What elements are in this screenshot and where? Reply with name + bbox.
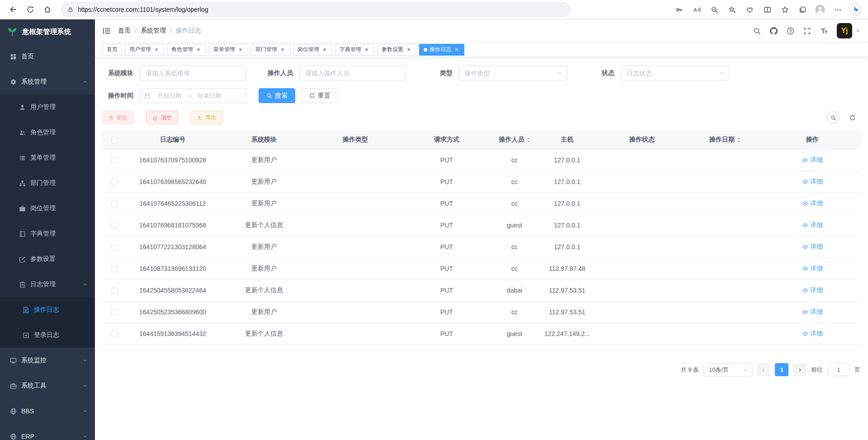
sort-carets-icon[interactable]: [737, 137, 741, 142]
row-checkbox[interactable]: [111, 157, 118, 164]
goto-page-input[interactable]: [827, 363, 850, 376]
row-checkbox[interactable]: [111, 309, 118, 316]
read-aloud-button[interactable]: A: [689, 2, 704, 17]
status-select-input[interactable]: [621, 66, 729, 80]
split-screen-button[interactable]: [760, 2, 774, 17]
search-button[interactable]: 搜索: [259, 88, 295, 103]
row-checkbox[interactable]: [111, 201, 118, 207]
zoom-out-button[interactable]: [707, 2, 722, 17]
tab-dept-mgmt[interactable]: 部门管理×: [251, 44, 290, 56]
sidebar-item-dept-mgmt[interactable]: 部门管理: [0, 170, 95, 196]
sidebar-item-system-tools[interactable]: 系统工具: [0, 373, 95, 398]
collections-button[interactable]: [795, 2, 810, 17]
close-tab-icon[interactable]: ×: [321, 47, 328, 53]
reset-button[interactable]: 重置: [302, 88, 338, 103]
detail-link[interactable]: 详细: [802, 178, 823, 186]
row-checkbox[interactable]: [111, 266, 118, 272]
tab-param-settings[interactable]: 参数设置×: [377, 44, 416, 56]
sidebar-item-system-monitor[interactable]: 系统监控: [0, 348, 95, 373]
detail-link[interactable]: 详细: [802, 330, 823, 338]
breadcrumb-item[interactable]: 首页: [118, 27, 131, 35]
close-tab-icon[interactable]: ×: [195, 47, 202, 53]
password-key-icon[interactable]: [672, 2, 686, 17]
sidebar-item-param-settings[interactable]: 参数设置: [0, 246, 95, 272]
column-header-operator[interactable]: 操作人员: [492, 130, 537, 149]
browser-menu-button[interactable]: [830, 2, 845, 17]
export-button[interactable]: 导出: [190, 111, 222, 124]
start-date-input[interactable]: [153, 92, 186, 99]
toggle-search-button[interactable]: [827, 111, 840, 124]
close-tab-icon[interactable]: ×: [453, 47, 460, 53]
browser-profile-button[interactable]: [813, 2, 827, 17]
date-range-picker[interactable]: -: [140, 88, 246, 103]
sidebar-item-user-mgmt[interactable]: 用户管理: [0, 95, 95, 120]
tab-post-mgmt[interactable]: 岗位管理×: [293, 44, 332, 56]
type-select[interactable]: [459, 66, 567, 80]
page-size-select[interactable]: 10条/页: [703, 363, 752, 377]
copilot-button[interactable]: [848, 2, 863, 17]
user-menu[interactable]: Yj: [837, 23, 861, 38]
status-select[interactable]: [621, 66, 729, 80]
detail-link[interactable]: 详细: [802, 221, 823, 229]
tab-dict-mgmt[interactable]: 字典管理×: [335, 44, 374, 56]
clear-button[interactable]: 清空: [146, 111, 178, 124]
tab-home[interactable]: 首页: [102, 44, 122, 56]
end-date-input[interactable]: [193, 92, 226, 99]
header-search-icon[interactable]: [753, 27, 761, 35]
tab-user-mgmt[interactable]: 用户管理×: [125, 44, 164, 56]
operator-input[interactable]: [299, 66, 406, 80]
sidebar-item-role-mgmt[interactable]: 角色管理: [0, 120, 95, 145]
prev-page-button[interactable]: [757, 363, 770, 376]
browser-essentials-button[interactable]: [742, 2, 757, 17]
sidebar-item-login-log[interactable]: 登录日志: [0, 322, 95, 348]
sidebar-item-system-mgmt[interactable]: 系统管理: [0, 69, 95, 95]
tab-menu-mgmt[interactable]: 菜单管理×: [209, 44, 248, 56]
sidebar-item-bbs[interactable]: BBS: [0, 398, 95, 424]
refresh-table-button[interactable]: [846, 111, 859, 124]
browser-refresh-button[interactable]: [23, 2, 38, 17]
next-page-button[interactable]: [793, 363, 807, 376]
breadcrumb-item[interactable]: 系统管理: [141, 27, 166, 35]
browser-back-button[interactable]: [5, 2, 21, 17]
row-checkbox[interactable]: [111, 179, 118, 185]
detail-link[interactable]: 详细: [802, 156, 823, 164]
column-header-date[interactable]: 操作日期: [686, 130, 764, 149]
row-checkbox[interactable]: [111, 331, 118, 337]
close-tab-icon[interactable]: ×: [406, 47, 412, 53]
sidebar-item-home[interactable]: 首页: [0, 44, 95, 69]
type-select-input[interactable]: [459, 66, 567, 80]
row-checkbox[interactable]: [111, 244, 118, 251]
detail-link[interactable]: 详细: [802, 308, 823, 316]
row-checkbox[interactable]: [111, 222, 118, 229]
row-checkbox[interactable]: [111, 288, 118, 294]
tab-role-mgmt[interactable]: 角色管理×: [167, 44, 206, 56]
help-icon[interactable]: [787, 27, 794, 35]
delete-button[interactable]: 删除: [102, 111, 134, 124]
detail-link[interactable]: 详细: [802, 286, 823, 294]
module-input[interactable]: [140, 66, 246, 80]
close-tab-icon[interactable]: ×: [237, 47, 244, 53]
detail-link[interactable]: 详细: [802, 265, 823, 273]
select-all-checkbox[interactable]: [111, 137, 118, 143]
sort-carets-icon[interactable]: [527, 137, 530, 142]
page-number-button[interactable]: 1: [775, 363, 788, 376]
browser-home-button[interactable]: [40, 2, 55, 17]
detail-link[interactable]: 详细: [802, 243, 823, 251]
sidebar-item-menu-mgmt[interactable]: 菜单管理: [0, 145, 95, 170]
favorites-button[interactable]: [778, 2, 792, 17]
font-size-icon[interactable]: [820, 27, 828, 35]
sidebar-item-log-mgmt[interactable]: 日志管理: [0, 272, 95, 297]
app-logo[interactable]: 意框架管理系统: [0, 19, 95, 44]
sidebar-item-oper-log[interactable]: 操作日志: [0, 297, 95, 322]
close-tab-icon[interactable]: ×: [363, 47, 370, 53]
address-bar[interactable]: https://ccnetcore.com:1101/system/log/op…: [61, 2, 571, 17]
close-tab-icon[interactable]: ×: [153, 47, 160, 53]
tab-oper-log[interactable]: 操作日志×: [419, 44, 464, 56]
sidebar-item-dict-mgmt[interactable]: 字典管理: [0, 221, 95, 246]
hamburger-icon[interactable]: [102, 27, 111, 35]
sidebar-item-erp[interactable]: ERP: [0, 424, 95, 440]
detail-link[interactable]: 详细: [802, 199, 823, 208]
close-tab-icon[interactable]: ×: [279, 47, 286, 53]
fullscreen-icon[interactable]: [803, 27, 811, 35]
github-icon[interactable]: [770, 27, 778, 35]
